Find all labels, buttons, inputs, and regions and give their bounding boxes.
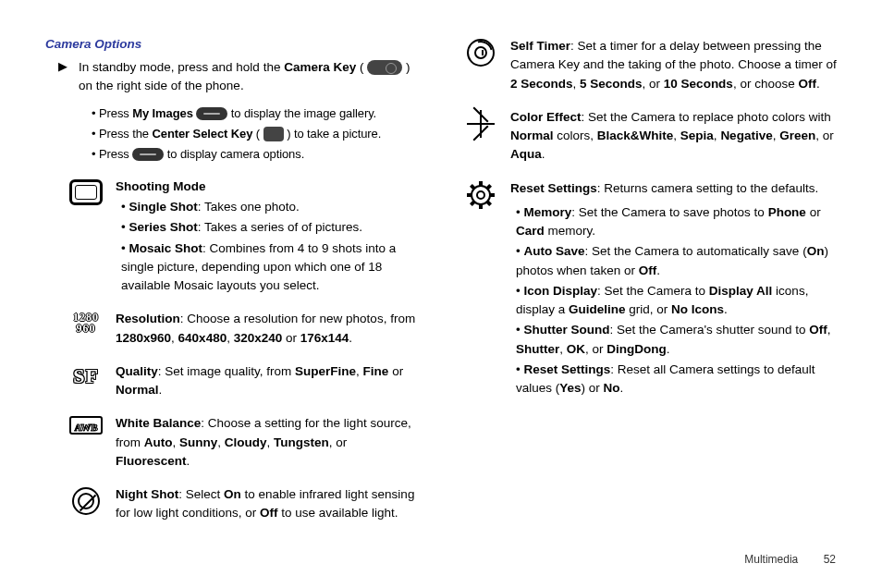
series-shot-label: Series Shot <box>129 220 197 234</box>
night-label: Night Shot <box>116 487 178 501</box>
shutter-ok: OK <box>567 342 585 356</box>
option-shooting-mode: Shooting Mode Single Shot: Takes one pho… <box>69 178 418 298</box>
intro-text: In standby mode, press and hold the Came… <box>79 58 418 96</box>
q-normal: Normal <box>116 383 159 397</box>
sf-icon: SF <box>73 364 99 402</box>
long-key-icon <box>196 107 227 120</box>
wb-cloudy: Cloudy <box>225 435 267 449</box>
series-shot-text: : Takes a series of of pictures. <box>198 220 362 234</box>
mem-card: Card <box>516 224 545 238</box>
auto-off: Off <box>639 263 657 277</box>
b3-post: to display camera options. <box>164 147 304 161</box>
single-shot-label: Single Shot <box>129 200 197 214</box>
mem-phone: Phone <box>768 205 806 219</box>
mem-label: Memory <box>523 205 571 219</box>
night-shot-icon <box>72 487 100 515</box>
res-4: 176x144 <box>300 331 349 345</box>
awb-icon: AWB <box>69 416 103 435</box>
icondisp-all: Display All <box>709 284 773 298</box>
q-period: . <box>159 383 163 397</box>
b1-bold: My Images <box>132 106 193 120</box>
wb-or: , or <box>329 435 348 449</box>
footer-section: Multimedia <box>744 553 798 566</box>
resolution-text: : Choose a resolution for new photos, fr… <box>180 312 415 325</box>
gear-icon <box>467 181 495 209</box>
st-2s: 2 Seconds <box>510 77 573 91</box>
res-3: 320x240 <box>234 331 283 345</box>
st-10s: 10 Seconds <box>664 77 733 91</box>
q-fine: Fine <box>363 364 389 378</box>
option-color-effect: Color Effect: Set the Camera to replace … <box>464 108 840 166</box>
timer-icon <box>467 39 495 67</box>
auto-t1: : Set the Camera to automatically save ( <box>585 244 807 258</box>
icondisp-t1: : Set the Camera to <box>597 284 709 298</box>
rs-label: Reset Settings <box>523 362 610 376</box>
rs-t2: ) or <box>582 381 604 395</box>
res-or: or <box>282 331 300 345</box>
auto-on: On <box>807 244 825 258</box>
intro-row: ▶ In standby mode, press and hold the Ca… <box>58 58 418 96</box>
shutter-t2: . <box>667 342 670 356</box>
mem-or: or <box>806 205 821 219</box>
icondisp-guide: Guideline <box>569 302 626 316</box>
single-shot-text: : Takes one photo. <box>198 200 300 214</box>
reset-t1: : Returns camera setting to the defaults… <box>597 181 818 195</box>
long-key-icon <box>132 148 164 161</box>
shutter-off: Off <box>809 323 827 337</box>
icondisp-t4: . <box>724 302 728 316</box>
res-1: 1280x960 <box>116 331 171 345</box>
res-2: 640x480 <box>178 331 227 345</box>
footer-page: 52 <box>824 553 836 566</box>
night-off: Off <box>260 506 278 520</box>
resolution-icon: 1280960 <box>73 312 99 349</box>
ce-period: . <box>542 147 545 161</box>
quality-text: : Set image quality, from <box>158 364 295 378</box>
ce-normal: Normal <box>510 129 554 142</box>
night-t1: : Select <box>178 487 224 501</box>
wb-label: White Balance <box>116 416 201 430</box>
wb-auto: Auto <box>144 435 173 449</box>
intro-camera-key: Camera Key <box>284 60 356 74</box>
page-footer: Multimedia 52 <box>744 553 836 566</box>
ce-green: Green <box>779 129 815 142</box>
ce-negative: Negative <box>720 129 772 142</box>
page-columns: Camera Options ▶ In standby mode, press … <box>42 37 840 525</box>
b3-pre: Press <box>99 147 132 161</box>
b2-post: to take a picture. <box>290 127 381 141</box>
rs-no: No <box>604 381 620 395</box>
st-or: , or <box>643 77 664 91</box>
auto-label: Auto Save <box>523 244 584 258</box>
intro-post: on the right side of the phone. <box>79 79 244 92</box>
camera-key-icon <box>367 60 402 75</box>
icondisp-no: No Icons <box>671 302 724 316</box>
option-night-shot: Night Shot: Select On to enable infrared… <box>69 485 418 525</box>
shooting-mode-heading: Shooting Mode <box>116 179 205 193</box>
wb-tungsten: Tungsten <box>274 435 329 449</box>
play-triangle-icon: ▶ <box>58 58 67 75</box>
b2-pre: Press the <box>99 127 153 141</box>
icondisp-t3: grid, or <box>626 302 672 316</box>
ce-bw: Black&White <box>597 129 674 142</box>
st-period: . <box>816 77 820 91</box>
icondisp-label: Icon Display <box>523 284 597 298</box>
mem-t1: : Set the Camera to save photos to <box>571 205 767 219</box>
quality-label: Quality <box>116 364 158 378</box>
wb-period: . <box>187 454 190 468</box>
reset-label: Reset Settings <box>510 181 597 195</box>
rs-yes: Yes <box>559 381 581 395</box>
option-self-timer: Self Timer: Set a timer for a delay betw… <box>464 37 840 95</box>
option-reset-settings: Reset Settings: Returns camera setting t… <box>464 179 840 400</box>
auto-t3: . <box>656 263 660 277</box>
option-white-balance: AWB White Balance: Choose a setting for … <box>69 414 418 472</box>
ce-mid: colors, <box>554 129 597 142</box>
shutter-dingdong: DingDong <box>606 342 666 356</box>
b1-pre: Press <box>99 106 132 120</box>
night-on: On <box>224 487 241 501</box>
shutter-label: Shutter Sound <box>523 323 609 337</box>
rs-t3: . <box>620 381 624 395</box>
resolution-label: Resolution <box>116 312 180 325</box>
wb-fluorescent: Fluorescent <box>116 454 187 468</box>
st-t2: , or choose <box>733 77 799 91</box>
shutter-or: , or <box>585 342 606 356</box>
ce-label: Color Effect <box>510 110 582 124</box>
